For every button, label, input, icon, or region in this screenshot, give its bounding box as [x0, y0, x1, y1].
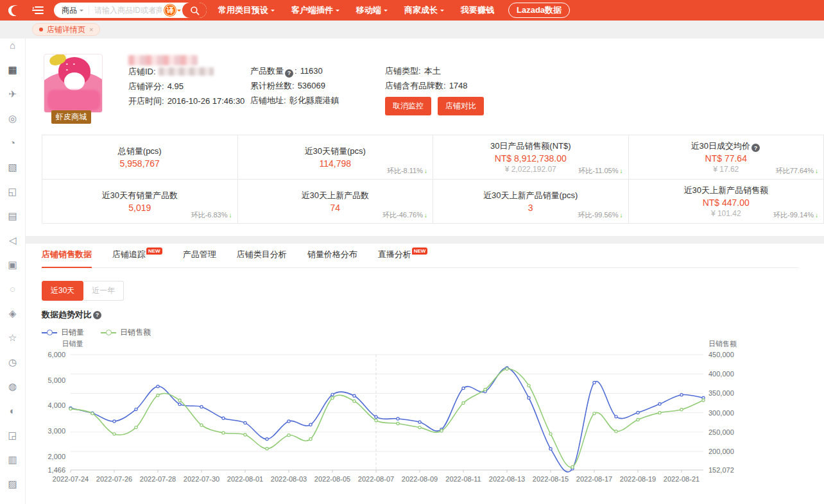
sidebar-package-icon[interactable]: ▧ — [7, 162, 19, 173]
data-point — [135, 408, 137, 410]
help-icon[interactable]: ? — [751, 144, 760, 152]
sidebar-coins-icon[interactable]: ◍ — [7, 381, 19, 392]
x-axis-label: 2022-08-17 — [576, 475, 612, 483]
nav-item-2[interactable]: 移动端 — [356, 4, 388, 16]
nav-item-label: 常用类目预设 — [218, 4, 268, 16]
tab-label: 店铺销售数据 — [42, 249, 92, 259]
help-icon[interactable]: ? — [285, 69, 293, 78]
sidebar-clock-check-icon[interactable]: ◷ — [7, 357, 19, 368]
topbar: 商品 译 常用类目预设客户端插件移动端商家成长我要赚钱 Lazada数据 — [0, 0, 824, 21]
stat-card: 总销量(pcs)5,958,767 — [42, 135, 238, 180]
stat-card: 近30日成交均价?NT$ 77.64¥ 17.62环比77.64%↓ — [629, 135, 824, 180]
series-line-日销量 — [71, 368, 703, 473]
stat-title-text: 近30天上新产品销量(pcs) — [483, 190, 578, 200]
data-point — [549, 433, 552, 435]
store-info-row: 店铺地址:彰化縣鹿港鎮 — [250, 93, 339, 108]
data-point — [288, 434, 290, 437]
search-button[interactable] — [182, 3, 207, 18]
tab-3[interactable]: 店铺类目分析 — [237, 249, 287, 267]
data-point — [637, 418, 639, 421]
sidebar-send-icon[interactable]: ✈ — [7, 88, 19, 100]
store-info-label: 累计粉丝数: — [250, 81, 295, 90]
sidebar-location-icon[interactable]: ◎ — [7, 113, 19, 124]
sidebar-shrimp-icon[interactable]: ◔ — [7, 137, 19, 149]
data-point — [91, 412, 94, 415]
sidebar-megaphone-icon[interactable]: ◁ — [7, 235, 19, 246]
store-info-label: 店铺地址: — [250, 96, 286, 105]
store-info-label: 店铺含有品牌数: — [385, 81, 446, 90]
x-axis-label: 2022-08-01 — [227, 475, 263, 483]
sidebar-gallery-icon[interactable]: ▣ — [7, 259, 19, 271]
data-point — [528, 396, 530, 399]
data-point — [222, 432, 225, 434]
store-info-label: 产品数量 — [250, 66, 284, 76]
stat-change: 环比-8.11%↓ — [387, 166, 427, 176]
nav-item-0[interactable]: 常用类目预设 — [218, 4, 275, 16]
x-axis-label: 2022-08-05 — [314, 475, 350, 483]
shopee-logo-icon[interactable] — [5, 3, 22, 18]
arrow-down-icon: ↓ — [229, 212, 232, 219]
range-button-0[interactable]: 近30天 — [42, 281, 83, 301]
help-icon[interactable]: ? — [93, 311, 101, 319]
axis-tick-label: 450,000 — [708, 351, 734, 358]
cancel-monitor-button[interactable]: 取消监控 — [385, 97, 431, 115]
sidebar-apps-grid-icon[interactable]: ▦ — [7, 64, 19, 76]
data-point — [244, 421, 246, 424]
sidebar-coupon-star-icon[interactable]: ☆ — [7, 332, 19, 344]
menu-toggle-icon[interactable] — [32, 6, 44, 15]
sidebar-basket-icon[interactable]: ◱ — [7, 186, 19, 197]
x-axis-label: 2022-08-07 — [358, 475, 394, 483]
data-point — [353, 399, 356, 402]
data-point — [506, 367, 508, 370]
search-category-dropdown[interactable]: 商品 — [54, 6, 89, 15]
sidebar-gift-icon[interactable]: ▥ — [7, 454, 19, 466]
nav-item-3[interactable]: 商家成长 — [404, 4, 444, 16]
sidebar-money-bag-icon[interactable]: ◲ — [7, 430, 19, 441]
range-button-1[interactable]: 近一年 — [83, 281, 124, 301]
store-compare-button[interactable]: 店铺对比 — [438, 97, 484, 115]
stat-title: 近30天上新产品销售额 — [684, 185, 768, 196]
lazada-data-button[interactable]: Lazada数据 — [508, 3, 570, 18]
sidebar-home-icon[interactable]: ⌂ — [7, 40, 19, 51]
axis-tick-label: 250,000 — [708, 428, 734, 436]
search-input[interactable] — [89, 6, 164, 15]
nav-item-label: 移动端 — [356, 4, 381, 16]
trend-chart[interactable]: 6,0005,0004,0003,0002,0001,466450,000400… — [0, 335, 824, 492]
store-info-row: 店铺ID: — [128, 64, 245, 79]
stat-value: 5,019 — [128, 203, 151, 213]
sidebar-device-icon[interactable]: ▤ — [7, 210, 19, 222]
store-avatar: • • • — [44, 54, 103, 113]
tab-store-detail-page[interactable]: 店铺详情页 × — [32, 23, 100, 36]
sidebar-tags-icon[interactable]: ◈ — [7, 308, 19, 319]
tab-label: 店铺类目分析 — [237, 249, 287, 259]
x-axis-label: 2022-08-13 — [489, 475, 525, 483]
sidebar-chart-image-icon[interactable]: ▨ — [7, 478, 19, 490]
store-info-column-1: 店铺ID:店铺评分:4.95开店时间:2016-10-26 17:46:30 — [128, 64, 245, 108]
data-point — [528, 384, 530, 387]
tab-1[interactable]: 店铺追踪NEW — [112, 249, 162, 267]
store-action-buttons: 取消监控店铺对比 — [385, 97, 484, 115]
new-badge: NEW — [146, 248, 162, 255]
stat-card: 近30天上新产品销售额NT$ 447.00¥ 101.42环比-99.14%↓ — [629, 180, 824, 224]
open-tabs-bar: 店铺详情页 × — [0, 21, 824, 38]
sidebar-currency-icon[interactable]: ◐ — [7, 405, 19, 417]
tab-0[interactable]: 店铺销售数据 — [42, 249, 92, 268]
data-point — [593, 382, 596, 384]
translate-toggle[interactable]: 译 — [164, 4, 182, 16]
tab-4[interactable]: 销量价格分布 — [307, 249, 357, 267]
stat-title: 30日产品销售额(NT$) — [490, 140, 571, 152]
nav-item-1[interactable]: 客户端插件 — [291, 4, 339, 16]
stat-change: 环比-11.05%↓ — [578, 166, 622, 176]
data-point — [266, 438, 268, 441]
stat-change: 环比-99.14%↓ — [773, 210, 818, 220]
sidebar-chat-icon[interactable]: ◌ — [7, 283, 19, 295]
tab-2[interactable]: 产品管理 — [183, 249, 216, 267]
stat-value: 74 — [330, 203, 340, 213]
tab-5[interactable]: 直播分析NEW — [378, 249, 428, 267]
data-point — [200, 424, 203, 426]
close-icon[interactable]: × — [89, 26, 93, 33]
store-info-colon: : — [295, 66, 297, 76]
new-badge: NEW — [412, 248, 428, 255]
data-point — [549, 448, 552, 450]
nav-item-4[interactable]: 我要赚钱 — [461, 4, 494, 16]
